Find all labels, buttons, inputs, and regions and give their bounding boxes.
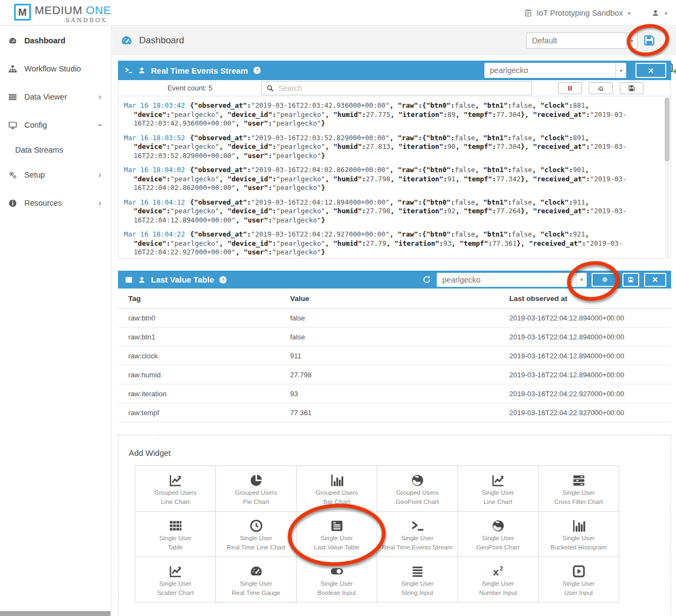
- last-observed-cell: 2019-03-16T22:04:12.894000+00:00: [509, 314, 671, 322]
- search-input[interactable]: [262, 82, 531, 95]
- line-chart-icon: [491, 472, 506, 488]
- log-entry: Mar 16 18:04:22{"observed_at":"2019-03-1…: [124, 230, 651, 257]
- widget-settings-button[interactable]: [592, 273, 618, 287]
- workspace-selector[interactable]: IoT Prototyping Sandbox ▾: [524, 9, 631, 17]
- widget-option-single-user-real-time-line-chart[interactable]: Single UserReal Time Line Chart: [216, 512, 297, 557]
- table-body: raw:btn0false2019-03-16T22:04:12.894000+…: [118, 309, 671, 422]
- save-widget-button[interactable]: [622, 273, 639, 287]
- widget-option-line1: Grouped Users: [396, 488, 438, 497]
- sidebar-item-data-viewer[interactable]: Data Viewer›: [0, 83, 111, 111]
- sidebar-item-resources[interactable]: Resources›: [0, 189, 111, 217]
- events-log: Mar 16 18:03:42{"observed_at":"2019-03-1…: [118, 96, 671, 259]
- widget-option-grouped-users-geopoint-chart[interactable]: Grouped UsersGeoPoint Chart: [377, 466, 458, 512]
- widget-option-single-user-scatter-chart[interactable]: Single UserScatter Chart: [135, 557, 216, 602]
- widget-option-line2: Real Time Gauge: [232, 588, 280, 598]
- widget-option-single-user-geopoint-chart[interactable]: Single UserGeoPoint Chart: [458, 512, 539, 557]
- refresh-icon[interactable]: [422, 275, 431, 284]
- user-icon: [137, 276, 146, 284]
- save-dashboard-button[interactable]: [642, 34, 656, 47]
- widget-option-single-user-real-time-gauge[interactable]: Single UserReal Time Gauge: [216, 557, 297, 602]
- widget-option-single-user-table[interactable]: Single UserTable: [135, 512, 216, 557]
- user-menu[interactable]: ▾: [651, 9, 667, 17]
- widget-option-line1: Single User: [562, 488, 594, 497]
- terminal-icon: [124, 66, 133, 75]
- table-header-row: Tag Value Last observed at: [118, 289, 671, 309]
- events-device-value: pearlgecko: [484, 66, 615, 75]
- widget-option-single-user-boolean-input[interactable]: Single UserBoolean Input: [297, 557, 377, 602]
- clear-button[interactable]: [589, 82, 613, 94]
- search-box: [261, 81, 532, 95]
- value-cell: false: [290, 333, 509, 341]
- logo-text: MEDIUM ONE: [35, 4, 111, 17]
- close-widget-button[interactable]: [644, 273, 666, 287]
- tag-cell: raw:iteration: [118, 390, 290, 398]
- table-icon: [168, 517, 183, 534]
- widget-option-single-user-number-input[interactable]: x2Single UserNumber Input: [458, 557, 539, 602]
- sidebar-item-label: Setup: [24, 171, 45, 179]
- events-device-selector[interactable]: pearlgecko ▾: [484, 63, 626, 78]
- sidebar-item-data-streams[interactable]: Data Streams: [0, 139, 111, 161]
- widget-option-single-user-line-chart[interactable]: Single UserLine Chart: [458, 466, 539, 512]
- sidebar-item-config[interactable]: Config›: [0, 111, 111, 139]
- tag-cell: raw:btn1: [118, 333, 290, 341]
- sidebar-item-dashboard[interactable]: Dashboard: [0, 27, 111, 55]
- close-widget-button[interactable]: [635, 63, 666, 78]
- gears-icon: [8, 171, 17, 180]
- widget-option-line2: Table: [168, 543, 183, 552]
- gauge-icon: [8, 36, 17, 45]
- caret-down-icon: ▾: [576, 273, 587, 287]
- sidebar-item-workflow-studio[interactable]: Workflow Studio: [0, 55, 111, 83]
- pause-button[interactable]: [558, 82, 582, 94]
- widget-option-line2: Real Time Events Stream: [382, 543, 452, 552]
- save-log-button[interactable]: [620, 82, 644, 94]
- last-observed-cell: 2019-03-16T22:04:12.894000+00:00: [509, 333, 671, 341]
- widget-option-single-user-cross-filter-chart[interactable]: Single UserCross Filter Chart: [539, 466, 619, 512]
- sidebar: DashboardWorkflow StudioData Viewer›Conf…: [0, 27, 111, 616]
- widget-option-line2: Line Chart: [161, 497, 189, 507]
- widget-option-single-user-bucketed-histogram[interactable]: Single UserBucketed Histogram: [539, 512, 619, 557]
- chevron-right-icon: ›: [99, 171, 101, 179]
- widget-option-grouped-users-line-chart[interactable]: Grouped UsersLine Chart: [135, 466, 216, 512]
- widget-option-line2: Scatter Chart: [157, 588, 194, 598]
- widget-option-grouped-users-bar-chart[interactable]: Grouped UsersBar Chart: [297, 466, 377, 512]
- tag-cell: raw:clock: [118, 352, 290, 360]
- table-row: raw:humid27.7982019-03-16T22:04:12.89400…: [118, 365, 671, 384]
- widget-option-single-user-user-input[interactable]: Single UserUser Input: [539, 557, 619, 602]
- sidebar-item-label: Resources: [24, 199, 62, 207]
- sidebar-item-setup[interactable]: Setup›: [0, 161, 111, 189]
- widget-option-line1: Grouped Users: [316, 488, 358, 497]
- column-header-tag: Tag: [118, 294, 290, 303]
- list-icon: [124, 276, 133, 284]
- main-content: Dashboard Default ▾ + Real Time Events S…: [112, 27, 676, 616]
- logo-sandbox-label: SANDBOX: [65, 17, 107, 24]
- help-icon[interactable]: ?: [219, 276, 227, 284]
- scrollbar-thumb[interactable]: [665, 97, 670, 161]
- sidebar-item-label: Workflow Studio: [24, 64, 81, 73]
- widget-option-line2: User Input: [564, 588, 593, 598]
- lvt-device-value: pearlgecko: [437, 276, 576, 284]
- dashboard-selector[interactable]: Default ▾: [526, 32, 638, 49]
- save-icon: [628, 84, 635, 92]
- widget-option-single-user-real-time-events-stream[interactable]: Single UserReal Time Events Stream: [377, 512, 458, 557]
- chevron-right-icon: ›: [99, 93, 101, 101]
- widget-option-grouped-users-pie-chart[interactable]: Grouped UsersPie Chart: [216, 466, 297, 512]
- widget-option-line2: Real Time Line Chart: [227, 543, 285, 552]
- horizontal-scrollbar-thumb[interactable]: [0, 611, 110, 616]
- widget-option-line1: Single User: [562, 579, 594, 588]
- widget-option-line1: Single User: [482, 488, 514, 497]
- value-cell: 27.798: [290, 371, 509, 379]
- widget-option-line2: GeoPoint Chart: [476, 543, 519, 552]
- widget-option-single-user-last-value-table[interactable]: Single UserLast Value Table: [297, 512, 377, 557]
- dashboard-selector-value: Default: [527, 36, 626, 45]
- widget-option-single-user-string-input[interactable]: Single UserString Input: [377, 557, 458, 602]
- clock-icon: [249, 517, 264, 534]
- widget-title: Last Value Table: [151, 275, 214, 284]
- widget-option-line2: String Input: [402, 588, 434, 598]
- help-icon[interactable]: ?: [253, 66, 261, 75]
- lvt-device-selector[interactable]: pearlgecko ▾: [437, 273, 587, 287]
- caret-down-icon: ▾: [628, 10, 631, 16]
- widget-option-line1: Single User: [240, 579, 272, 588]
- value-cell: 93: [290, 390, 509, 398]
- gauge-icon: [249, 563, 264, 579]
- table-row: raw:btn0false2019-03-16T22:04:12.894000+…: [118, 309, 671, 327]
